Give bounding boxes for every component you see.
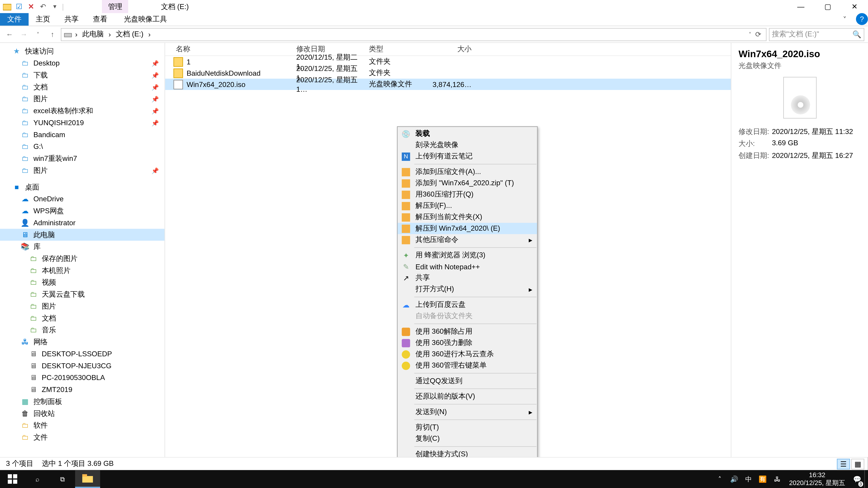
nav-library-item[interactable]: 🗀音乐: [0, 324, 164, 336]
view-details-button[interactable]: ☰: [837, 458, 850, 469]
nav-quick-item[interactable]: 🗀Bandicam: [0, 129, 164, 141]
nav-network-pc[interactable]: 🖥DESKTOP-NJEU3CG: [0, 360, 164, 372]
nav-quick-item[interactable]: 🗀下载📌: [0, 69, 164, 81]
close-button[interactable]: ✕: [841, 0, 868, 13]
column-type[interactable]: 类型: [369, 44, 430, 54]
refresh-icon[interactable]: ⟳: [755, 30, 761, 38]
taskbar-explorer-button[interactable]: [75, 470, 100, 488]
context-menu-item[interactable]: 💿装载: [398, 128, 537, 139]
nav-library-item[interactable]: 🗀天翼云盘下载: [0, 288, 164, 300]
context-menu-item[interactable]: N上传到有道云笔记: [398, 151, 537, 162]
ribbon-tab-view[interactable]: 查看: [86, 13, 115, 26]
nav-recent-dropdown[interactable]: ˅: [32, 28, 44, 40]
file-row[interactable]: BaiduNetdiskDownload2020/12/25, 星期五 1…文件…: [165, 67, 731, 78]
context-menu-item[interactable]: 复制(C): [398, 433, 537, 445]
taskbar[interactable]: ⌕ ⧉ ˄ 🔊 中 🈶 🖧 16:32 2020/12/25, 星期五 💬3: [0, 470, 868, 488]
file-list-pane[interactable]: 名称 修改日期 类型 大小 12020/12/15, 星期二 1…文件夹Baid…: [165, 43, 731, 457]
nav-network[interactable]: 🖧网络: [0, 336, 164, 348]
context-menu-item[interactable]: 使用 360进行木马云查杀: [398, 349, 537, 360]
tray-network-icon[interactable]: 🖧: [770, 470, 784, 488]
nav-library-item[interactable]: 🗀保存的图片: [0, 253, 164, 265]
column-name[interactable]: 名称: [165, 44, 296, 54]
taskbar-clock[interactable]: 16:32 2020/12/25, 星期五: [784, 471, 850, 487]
nav-item[interactable]: 👤Administrator: [0, 217, 164, 229]
help-icon[interactable]: ?: [856, 13, 868, 25]
nav-back-button[interactable]: ←: [4, 28, 16, 40]
nav-item[interactable]: 📚库: [0, 240, 164, 253]
nav-library-item[interactable]: 🗀图片: [0, 300, 164, 312]
ribbon-expand-icon[interactable]: ˅: [836, 13, 854, 26]
nav-library-item[interactable]: 🗀视频: [0, 276, 164, 289]
taskbar-search-button[interactable]: ⌕: [25, 470, 50, 488]
contextual-tab-manage[interactable]: 管理: [102, 0, 128, 13]
show-desktop-button[interactable]: [864, 470, 868, 488]
context-menu-item[interactable]: ↗共享: [398, 272, 537, 284]
qat-undo-icon[interactable]: ↶: [38, 2, 48, 11]
nav-quick-item[interactable]: 🗀图片📌: [0, 93, 164, 105]
nav-folder-file[interactable]: 🗀文件: [0, 431, 164, 443]
context-menu-item[interactable]: 发送到(N)▸: [398, 406, 537, 418]
nav-network-pc[interactable]: 🖥DESKTOP-LSSOEDP: [0, 348, 164, 360]
ribbon-tab-home[interactable]: 主页: [29, 13, 57, 26]
nav-quick-item[interactable]: 🗀YUNQISHI2019📌: [0, 117, 164, 129]
context-menu-item[interactable]: ✎Edit with Notepad++: [398, 261, 537, 272]
nav-item[interactable]: 🖥此电脑: [0, 229, 164, 241]
context-menu-item[interactable]: 解压到 Win7x64_2020\ (E): [398, 223, 537, 234]
tray-volume-icon[interactable]: 🔊: [727, 470, 741, 488]
context-menu-item[interactable]: 使用 360强力删除: [398, 337, 537, 349]
nav-network-pc[interactable]: 🖥PC-20190530OBLA: [0, 372, 164, 384]
nav-item[interactable]: ☁WPS网盘: [0, 205, 164, 217]
tray-ime-icon[interactable]: 中: [741, 470, 756, 488]
breadcrumb-dropdown-icon[interactable]: ˅: [749, 31, 752, 37]
task-view-button[interactable]: ⧉: [50, 470, 75, 488]
file-row[interactable]: 12020/12/15, 星期二 1…文件夹: [165, 56, 731, 67]
nav-quick-item[interactable]: 🗀excel表格制作求和📌: [0, 105, 164, 117]
context-menu-item[interactable]: 其他压缩命令▸: [398, 234, 537, 246]
context-menu-item[interactable]: 用360压缩打开(Q): [398, 189, 537, 200]
nav-up-button[interactable]: ↑: [46, 28, 59, 40]
breadcrumb-root[interactable]: 此电脑: [81, 29, 105, 39]
context-menu-item[interactable]: 通过QQ发送到: [398, 375, 537, 387]
context-menu-item[interactable]: 解压到当前文件夹(X): [398, 212, 537, 223]
system-tray[interactable]: ˄ 🔊 中 🈶 🖧 16:32 2020/12/25, 星期五 💬3: [713, 470, 868, 488]
nav-quick-item[interactable]: 🗀图片📌: [0, 164, 164, 176]
nav-library-item[interactable]: 🗀本机照片: [0, 265, 164, 276]
context-menu-item[interactable]: 剪切(T): [398, 422, 537, 433]
minimize-button[interactable]: —: [787, 0, 814, 13]
context-menu-item[interactable]: 还原以前的版本(V): [398, 391, 537, 402]
action-center-icon[interactable]: 💬3: [850, 470, 864, 488]
tray-ime-mode-icon[interactable]: 🈶: [756, 470, 770, 488]
nav-forward-button[interactable]: →: [18, 28, 30, 40]
nav-desktop[interactable]: ■桌面: [0, 181, 164, 193]
qat-dropdown-icon[interactable]: ▼: [50, 2, 60, 11]
context-menu-item[interactable]: 添加到 "Win7x64_2020.zip" (T): [398, 177, 537, 189]
context-menu-item[interactable]: ✦用 蜂蜜浏览器 浏览(3): [398, 250, 537, 261]
ribbon-tab-file[interactable]: 文件: [0, 13, 29, 26]
start-button[interactable]: [0, 470, 25, 488]
context-menu-item[interactable]: 使用 360管理右键菜单: [398, 360, 537, 371]
column-size[interactable]: 大小: [430, 44, 477, 54]
nav-library-item[interactable]: 🗀文档: [0, 312, 164, 324]
navigation-pane[interactable]: ★快速访问 🗀Desktop📌🗀下载📌🗀文档📌🗀图片📌🗀excel表格制作求和📌…: [0, 43, 165, 457]
nav-quick-item[interactable]: 🗀win7重装win7: [0, 153, 164, 164]
context-menu-item[interactable]: 打开方式(H)▸: [398, 284, 537, 295]
ribbon-tab-share[interactable]: 共享: [57, 13, 86, 26]
context-menu-item[interactable]: 解压到(F)...: [398, 200, 537, 212]
qat-checkbox-icon[interactable]: ☑: [14, 2, 24, 11]
nav-quick-item[interactable]: 🗀文档📌: [0, 81, 164, 93]
maximize-button[interactable]: ▢: [814, 0, 841, 13]
nav-quick-access[interactable]: ★快速访问: [0, 45, 164, 57]
ribbon-tab-disc-tool[interactable]: 光盘映像工具: [117, 13, 174, 26]
nav-recycle-bin[interactable]: 🗑回收站: [0, 408, 164, 420]
breadcrumb[interactable]: › 此电脑 › 文档 (E:) › ˅ ⟳: [61, 28, 767, 41]
nav-folder-soft[interactable]: 🗀软件: [0, 419, 164, 431]
breadcrumb-path[interactable]: 文档 (E:): [114, 29, 145, 39]
nav-control-panel[interactable]: ▦控制面板: [0, 396, 164, 408]
context-menu-item[interactable]: ☁上传到百度云盘: [398, 299, 537, 311]
nav-item[interactable]: ☁OneDrive: [0, 193, 164, 205]
search-icon[interactable]: 🔍: [852, 30, 862, 38]
nav-network-pc[interactable]: 🖥ZMT2019: [0, 384, 164, 396]
column-headers[interactable]: 名称 修改日期 类型 大小: [165, 43, 731, 56]
file-row[interactable]: Win7x64_2020.iso2020/12/25, 星期五 1…光盘映像文件…: [165, 78, 731, 90]
nav-quick-item[interactable]: 🗀G:\: [0, 140, 164, 153]
